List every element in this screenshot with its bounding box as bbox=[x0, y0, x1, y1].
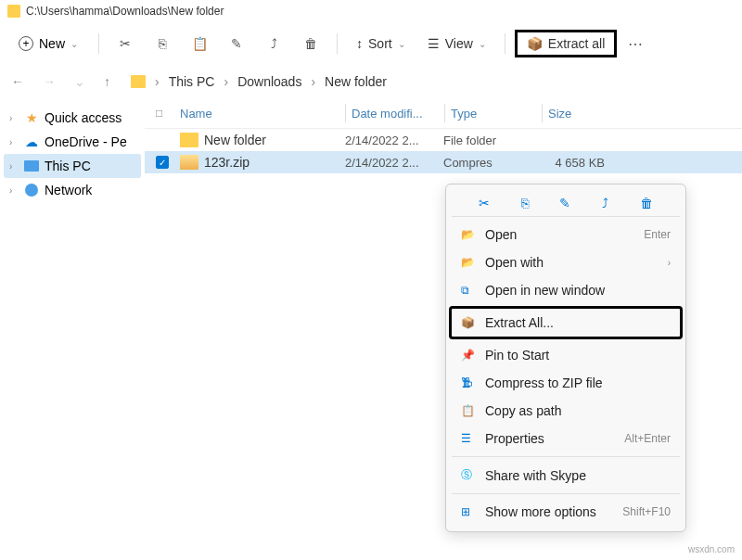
properties-icon: ☰ bbox=[461, 432, 476, 445]
menu-label: Show more options bbox=[485, 504, 613, 519]
delete-icon[interactable]: 🗑 bbox=[640, 196, 653, 210]
breadcrumb-item[interactable]: New folder bbox=[325, 74, 387, 89]
copy-path-icon: 📋 bbox=[461, 404, 476, 417]
file-date: 2/14/2022 2... bbox=[345, 134, 443, 147]
toolbar: + New ⌄ ✂ ⎘ 📋 ✎ ⤴ 🗑 ↕ Sort ⌄ ☰ View ⌄ 📦 … bbox=[0, 22, 742, 65]
navbar: ← → ⌄ ↑ › This PC › Downloads › New fold… bbox=[0, 65, 742, 98]
pc-icon bbox=[24, 159, 39, 173]
sidebar-item-label: OneDrive - Pe bbox=[45, 134, 127, 149]
file-row[interactable]: ✓ 123r.zip 2/14/2022 2... Compres 4 658 … bbox=[145, 151, 742, 173]
file-name: 123r.zip bbox=[204, 155, 345, 170]
name-column[interactable]: Name bbox=[180, 107, 345, 121]
menu-label: Compress to ZIP file bbox=[485, 375, 671, 390]
breadcrumb-item[interactable]: This PC bbox=[169, 74, 215, 89]
file-type: File folder bbox=[443, 134, 540, 147]
copy-icon[interactable]: ⎘ bbox=[155, 36, 170, 51]
menu-extract-all[interactable]: 📦 Extract All... bbox=[449, 306, 683, 339]
titlebar: C:\Users\hamma\Downloads\New folder bbox=[0, 0, 742, 22]
chevron-down-icon: ⌄ bbox=[70, 39, 78, 49]
watermark: wsxdn.com bbox=[688, 544, 735, 554]
copy-icon[interactable]: ⎘ bbox=[521, 196, 529, 210]
sidebar-item-quickaccess[interactable]: › ★ Quick access bbox=[4, 106, 141, 130]
sort-label: Sort bbox=[368, 36, 392, 51]
share-icon[interactable]: ⤴ bbox=[602, 196, 608, 210]
menu-label: Pin to Start bbox=[485, 348, 671, 363]
separator bbox=[505, 33, 505, 54]
file-size: 4 658 KB bbox=[540, 156, 623, 170]
more-button[interactable]: ⋯ bbox=[620, 35, 650, 53]
chevron-right-icon: › bbox=[668, 258, 671, 268]
sidebar: › ★ Quick access › ☁ OneDrive - Pe › Thi… bbox=[0, 98, 145, 560]
menu-separator bbox=[452, 493, 680, 494]
menu-compress[interactable]: 🗜 Compress to ZIP file bbox=[452, 369, 680, 397]
delete-icon[interactable]: 🗑 bbox=[303, 36, 318, 51]
cloud-icon: ☁ bbox=[24, 134, 39, 149]
folder-icon bbox=[7, 5, 20, 18]
cut-icon[interactable]: ✂ bbox=[118, 36, 133, 51]
rename-icon[interactable]: ✎ bbox=[559, 196, 570, 210]
size-column[interactable]: Size bbox=[543, 107, 626, 121]
rename-icon[interactable]: ✎ bbox=[229, 36, 244, 51]
star-icon: ★ bbox=[24, 110, 39, 125]
menu-share-skype[interactable]: Ⓢ Share with Skype bbox=[452, 461, 680, 490]
back-button[interactable]: ← bbox=[7, 74, 28, 89]
sidebar-item-thispc[interactable]: › This PC bbox=[4, 154, 141, 178]
menu-open-with[interactable]: 📂 Open with › bbox=[452, 248, 680, 276]
sidebar-item-onedrive[interactable]: › ☁ OneDrive - Pe bbox=[4, 130, 141, 154]
share-icon[interactable]: ⤴ bbox=[266, 36, 281, 51]
separator bbox=[337, 33, 338, 54]
file-row[interactable]: New folder 2/14/2022 2... File folder bbox=[145, 129, 742, 151]
chevron-right-icon: › bbox=[9, 113, 19, 123]
folder-icon bbox=[180, 133, 198, 147]
menu-properties[interactable]: ☰ Properties Alt+Enter bbox=[452, 425, 680, 452]
view-label: View bbox=[445, 36, 473, 51]
extract-icon: 📦 bbox=[527, 36, 543, 51]
skype-icon: Ⓢ bbox=[461, 467, 476, 483]
date-column[interactable]: Date modifi... bbox=[346, 107, 444, 121]
window-path: C:\Users\hamma\Downloads\New folder bbox=[26, 5, 224, 18]
breadcrumb-item[interactable]: Downloads bbox=[237, 74, 301, 89]
sidebar-item-label: This PC bbox=[45, 159, 91, 173]
chevron-right-icon: › bbox=[224, 74, 228, 89]
up-button[interactable]: ↑ bbox=[100, 74, 114, 89]
menu-shortcut: Alt+Enter bbox=[624, 432, 671, 445]
menu-label: Properties bbox=[485, 431, 615, 446]
view-icon: ☰ bbox=[428, 36, 440, 51]
sidebar-item-network[interactable]: › Network bbox=[4, 178, 141, 202]
sort-button[interactable]: ↕ Sort ⌄ bbox=[347, 31, 415, 57]
forward-button[interactable]: → bbox=[39, 74, 59, 89]
sidebar-item-label: Quick access bbox=[45, 110, 122, 125]
menu-copy-path[interactable]: 📋 Copy as path bbox=[452, 397, 680, 425]
menu-show-more[interactable]: ⊞ Show more options Shift+F10 bbox=[452, 498, 680, 526]
menu-label: Extract All... bbox=[485, 315, 671, 330]
file-name: New folder bbox=[204, 133, 345, 147]
menu-open-new-window[interactable]: ⧉ Open in new window bbox=[452, 276, 680, 304]
chevron-down-icon: ⌄ bbox=[479, 39, 486, 49]
menu-shortcut: Shift+F10 bbox=[622, 505, 671, 518]
check-column[interactable]: □ bbox=[156, 107, 180, 120]
folder-icon bbox=[131, 75, 146, 88]
view-button[interactable]: ☰ View ⌄ bbox=[418, 31, 495, 57]
row-checkbox[interactable]: ✓ bbox=[156, 156, 180, 169]
open-icon: 📂 bbox=[461, 228, 476, 241]
cut-icon[interactable]: ✂ bbox=[479, 196, 490, 210]
recent-dropdown[interactable]: ⌄ bbox=[70, 74, 89, 89]
menu-shortcut: Enter bbox=[644, 228, 671, 241]
context-icon-row: ✂ ⎘ ✎ ⤴ 🗑 bbox=[452, 190, 680, 217]
context-menu: ✂ ⎘ ✎ ⤴ 🗑 📂 Open Enter 📂 Open with › ⧉ O… bbox=[445, 184, 686, 532]
menu-pin-start[interactable]: 📌 Pin to Start bbox=[452, 341, 680, 369]
paste-icon[interactable]: 📋 bbox=[192, 36, 207, 51]
extract-all-button[interactable]: 📦 Extract all bbox=[515, 30, 617, 57]
menu-separator bbox=[452, 456, 680, 457]
new-label: New bbox=[39, 36, 65, 51]
new-button[interactable]: + New ⌄ bbox=[7, 31, 89, 57]
chevron-right-icon: › bbox=[9, 137, 19, 147]
menu-label: Open with bbox=[485, 255, 659, 270]
type-column[interactable]: Type bbox=[445, 107, 542, 121]
menu-open[interactable]: 📂 Open Enter bbox=[452, 221, 680, 248]
menu-label: Share with Skype bbox=[485, 468, 671, 483]
chevron-right-icon: › bbox=[155, 74, 160, 89]
chevron-right-icon: › bbox=[9, 185, 19, 196]
compress-icon: 🗜 bbox=[461, 376, 476, 389]
open-with-icon: 📂 bbox=[461, 256, 476, 269]
